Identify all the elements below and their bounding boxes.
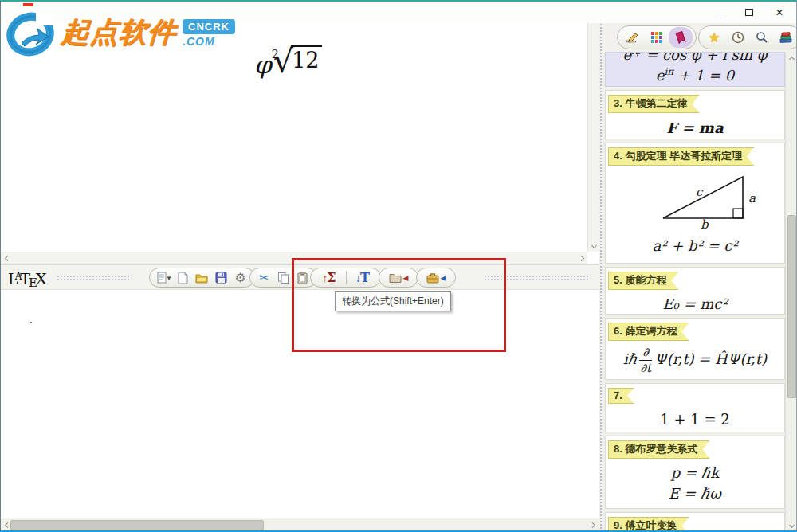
rendered-formula: φ 2 √ 12: [254, 45, 322, 80]
pencil-write-icon: [626, 32, 640, 43]
formula-list: eiφ = cos φ + i sin φ eiπ + 1 = 0 3. 牛顿第…: [605, 52, 785, 532]
minimize-icon: –: [716, 6, 722, 19]
site-logo: 起点软件 CNCRK .COM: [6, 6, 235, 59]
scroll-left-arrow[interactable]: [2, 253, 12, 263]
open-folder-icon: [195, 272, 209, 284]
list-item-euler[interactable]: eiφ = cos φ + i sin φ eiπ + 1 = 0: [605, 52, 785, 87]
formula-line: a² + b² = c²: [606, 237, 784, 254]
sidebar-toolbar: ★: [603, 23, 797, 52]
gear-icon: ⚙: [234, 270, 245, 285]
toolbar-gripper: [57, 275, 130, 281]
new-document-button[interactable]: [175, 269, 191, 286]
color-grid-icon: [651, 32, 662, 43]
symbol-grid-button[interactable]: [645, 27, 669, 48]
brand-domain: .COM: [183, 35, 235, 48]
vertical-side-label: a: [748, 191, 756, 205]
clock-icon: [732, 31, 744, 44]
file-button-group: ▾ ⚙: [149, 268, 255, 288]
editor-horizontal-scrollbar[interactable]: [1, 518, 599, 532]
list-item-schrodinger[interactable]: 6. 薛定谔方程 iℏ∂∂tΨ(r,t) = ĤΨ(r,t): [605, 318, 785, 380]
editor-content: .: [28, 314, 34, 326]
scroll-down-arrow[interactable]: [589, 241, 599, 250]
maximize-icon: [745, 9, 753, 16]
list-item-fourier[interactable]: 9. 傅立叶变换: [605, 512, 785, 532]
formula-line: E = ℏω: [606, 485, 784, 502]
copy-button[interactable]: [275, 269, 292, 286]
triangle-figure: c a b: [606, 169, 784, 233]
scissors-icon: ✂: [259, 271, 269, 285]
library-button[interactable]: [774, 27, 797, 48]
copy-pages-icon: [277, 272, 289, 284]
handwriting-button[interactable]: [621, 27, 645, 48]
formula-root-index: 2: [272, 48, 279, 61]
tooltip-text: 转换为公式(Shift+Enter): [342, 295, 444, 307]
document-menu-button[interactable]: ▾: [155, 269, 172, 286]
favorites-button[interactable]: ★: [702, 27, 726, 48]
history-button[interactable]: [726, 27, 750, 48]
close-icon: ×: [775, 5, 783, 21]
scroll-right-arrow[interactable]: [587, 520, 597, 530]
formula-line: eiφ = cos φ + i sin φ: [606, 52, 784, 63]
cut-button[interactable]: ✂: [256, 269, 273, 286]
formula-radicand: 12: [291, 45, 321, 73]
item-label: 6. 薛定谔方程: [608, 323, 689, 341]
document-icon: [157, 272, 167, 284]
search-button[interactable]: [750, 27, 774, 48]
item-label: 5. 质能方程: [608, 272, 678, 290]
formula-line: p = ℏk: [606, 464, 784, 481]
list-item-pythagoras[interactable]: 4. 勾股定理 毕达哥拉斯定理 c a b a² + b² = c²: [605, 143, 785, 264]
save-button[interactable]: [213, 269, 230, 286]
latex-logo: LATEX: [8, 270, 45, 290]
item-label: 4. 勾股定理 毕达哥拉斯定理: [608, 147, 754, 166]
brand-badge: CNCRK: [183, 19, 235, 34]
open-button[interactable]: [194, 269, 210, 286]
settings-button[interactable]: ⚙: [232, 269, 249, 286]
item-label: 3. 牛顿第二定律: [608, 95, 699, 113]
list-item-newton[interactable]: 3. 牛顿第二定律 F = ma: [605, 90, 785, 139]
formula-line: E₀ = mc²: [606, 295, 784, 312]
item-label: 8. 德布罗意关系式: [608, 440, 709, 459]
scroll-right-arrow[interactable]: [576, 253, 586, 263]
scrollbar-thumb[interactable]: [10, 520, 264, 530]
tooltip: 转换为公式(Shift+Enter): [335, 291, 451, 311]
close-button[interactable]: ×: [764, 2, 795, 23]
list-item-mass-energy[interactable]: 5. 质能方程 E₀ = mc²: [605, 267, 785, 315]
list-item-de-broglie[interactable]: 8. 德布罗意关系式 p = ℏk E = ℏω: [605, 436, 785, 509]
floppy-disk-icon: [215, 272, 227, 284]
list-item-seven[interactable]: 7. 1 + 1 = 2: [605, 383, 785, 432]
item-label: 9. 傅立叶变换: [608, 517, 689, 532]
formula-line: 1 + 1 = 2: [606, 411, 784, 428]
star-icon: ★: [708, 29, 720, 46]
window-controls: – ×: [704, 2, 795, 23]
scrollbar-thumb[interactable]: [787, 215, 796, 398]
hypotenuse-label: c: [696, 185, 704, 199]
scroll-down-arrow[interactable]: [787, 520, 796, 530]
dropdown-arrow-icon: ▾: [167, 274, 171, 282]
view-button-group: [617, 25, 697, 49]
new-page-icon: [178, 272, 188, 284]
search-icon: [756, 31, 768, 44]
sidebar-vertical-scrollbar[interactable]: [785, 52, 797, 532]
formula-line: eiπ + 1 = 0: [606, 66, 784, 84]
formula-line: iℏ∂∂tΨ(r,t) = ĤΨ(r,t): [606, 346, 784, 374]
search-button-group: ★: [698, 25, 797, 49]
base-label: b: [701, 217, 709, 229]
bookmark-icon: [675, 31, 686, 44]
logo-circle-arrow-icon: [6, 6, 57, 59]
maximize-button[interactable]: [734, 2, 764, 23]
books-icon: [779, 32, 793, 44]
formula-phi: φ: [254, 50, 272, 80]
formula-library-sidebar: ★ eiφ = cos φ + i sin φ eiπ + 1 = 0 3. 牛…: [603, 23, 797, 532]
formula-line: F = ma: [606, 119, 784, 136]
brand-name: 起点软件: [61, 18, 177, 45]
item-label: 7.: [608, 388, 634, 404]
bookmark-button[interactable]: [669, 27, 693, 48]
minimize-button[interactable]: –: [704, 2, 734, 23]
preview-vertical-scrollbar[interactable]: [587, 23, 599, 252]
scroll-up-arrow[interactable]: [787, 54, 796, 64]
app-window: – × 起点软件 CNCRK .COM φ 2 √ 12: [0, 0, 797, 532]
